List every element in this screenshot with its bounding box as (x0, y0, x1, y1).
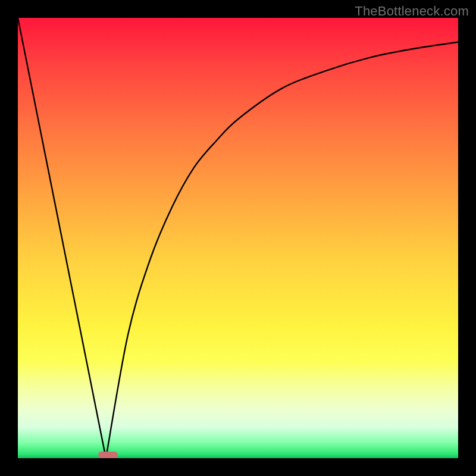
watermark-text: TheBottleneck.com (355, 4, 469, 19)
chart-frame: TheBottleneck.com (0, 0, 476, 476)
bottleneck-curve (18, 18, 458, 458)
curve-layer (18, 18, 458, 458)
optimal-marker (98, 452, 118, 458)
plot-area (18, 18, 458, 458)
